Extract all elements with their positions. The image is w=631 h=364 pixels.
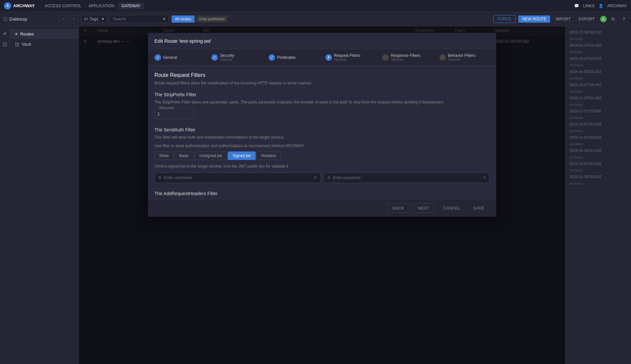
rs-item-5: 2023-12-07T09:45Z	[566, 81, 631, 88]
nav-gateway[interactable]: GATEWAY	[118, 2, 144, 10]
step-predicates[interactable]: ✓ Predicates	[269, 54, 319, 61]
filter-buttons: All routes Only published	[172, 15, 228, 23]
step-general-label: General	[163, 55, 177, 60]
user-name: ARCHWAY	[607, 4, 627, 8]
sendauth-title: The SendAuth Filter	[154, 127, 490, 132]
next-button[interactable]: NEXT	[412, 203, 435, 213]
strip-prefix-label: Strip prefix	[157, 106, 176, 110]
nav-forward-btn[interactable]: ›	[70, 15, 78, 23]
save-button[interactable]: SAVE	[468, 203, 490, 213]
main-layout: ≡ ◫ ≡ Routes ◫ Vault # Name Status URI P…	[0, 26, 631, 364]
modal-header: Edit Route 'test-spring-jwt'	[148, 33, 496, 49]
rs-item-7-by: archway	[566, 114, 631, 121]
step-request-filters[interactable]: 4 Request Filters Optional	[325, 53, 376, 61]
search-clear-icon[interactable]: ✕	[162, 16, 166, 21]
search-input[interactable]	[113, 16, 162, 21]
back-button[interactable]: BACK	[387, 203, 409, 213]
links-btn[interactable]: LINKS	[583, 4, 595, 8]
step-behavior-filters[interactable]: ○ Behavior Filters Optional	[439, 53, 490, 61]
gateway-label: ⬡ Gateway	[3, 16, 56, 22]
rs-item-7: 2023-12-01T23:56Z	[566, 108, 631, 114]
credential-row: 👁 ✕ 👁 ✕	[154, 172, 490, 183]
rs-item-9-by: archway	[566, 141, 631, 147]
sendauth-signed-desc: Send a signed jwt to the target service.…	[154, 164, 490, 169]
sendauth-headers[interactable]: Headers	[256, 151, 281, 160]
rs-item-10: 2024-01-19T11:33Z	[566, 147, 631, 154]
second-navigation: ⬡ Gateway ‹ › 🏷 Tags ▾ ✕ All routes Only…	[0, 12, 631, 26]
export-button[interactable]: EXPORT	[576, 15, 597, 23]
password-clear-btn[interactable]: ✕	[483, 175, 486, 180]
help-button[interactable]: ?	[620, 15, 628, 23]
sidebar-vault-icon[interactable]: ◫	[1, 40, 9, 48]
routes-label: Routes	[20, 32, 34, 36]
nav-panel-routes[interactable]: ≡ Routes	[10, 29, 79, 39]
add-request-headers-section: The AddRequestHeaders Filter The AddRequ…	[154, 191, 490, 199]
modal-footer: BACK NEXT CANCEL SAVE	[148, 199, 496, 217]
password-field[interactable]: 👁 ✕	[323, 172, 490, 183]
force-button[interactable]: FORCE	[493, 15, 516, 23]
chat-icon[interactable]: 💬	[574, 4, 579, 8]
strip-prefix-title: The StripPrefix Filter	[154, 92, 490, 97]
rs-item-6: 2023-11-29T13:46Z	[566, 95, 631, 101]
modal-title: Edit Route 'test-spring-jwt'	[154, 38, 211, 44]
logo-icon: A	[4, 2, 11, 10]
step-security[interactable]: ✓ Security Optional	[211, 53, 262, 61]
nav-panel-vault[interactable]: ◫ Vault	[10, 39, 79, 49]
rs-item-2: 2024-01-19T16:28Z	[566, 42, 631, 49]
username-field[interactable]: 👁 ✕	[154, 172, 321, 183]
cancel-button[interactable]: CANCEL	[438, 203, 466, 213]
nav-access-control[interactable]: ACCESS CONTROL	[41, 2, 84, 10]
rs-item-9: 2023-12-01T23:56Z	[566, 134, 631, 141]
rs-item-1: 2023-12-30T10:15Z	[566, 29, 631, 35]
routes-area: # Name Status URI Predicates Filters Upd…	[79, 26, 565, 364]
section-title: Route Request Filters	[154, 72, 490, 78]
step-response-filters[interactable]: ○ Response Filters Optional	[382, 53, 432, 61]
sendauth-desc2: Use filter to send authentication and au…	[154, 144, 490, 148]
sendauth-none[interactable]: None	[154, 151, 174, 160]
sendauth-section: The SendAuth Filter This filter will sen…	[154, 127, 490, 183]
rs-item-2-by: archway	[566, 49, 631, 55]
step-security-sub: Optional	[220, 58, 234, 61]
rs-item-6-by: archway	[566, 101, 631, 108]
sendauth-signed-jwt[interactable]: Signed jwt	[228, 151, 256, 160]
step-security-circle: ✓	[211, 54, 218, 61]
wizard-steps: ✓ General ✓ Security Optional	[148, 49, 496, 66]
step-general[interactable]: ✓ General	[154, 54, 205, 61]
sendauth-options: None Basic Unsigned jwt Signed jwt Heade…	[154, 151, 490, 160]
rs-item-8-by: archway	[566, 127, 631, 134]
tags-selector[interactable]: 🏷 Tags ▾	[81, 15, 107, 23]
sendauth-desc1: This filter will send Auth and Autorisat…	[154, 135, 490, 140]
new-route-button[interactable]: NEW ROUTE	[518, 15, 550, 23]
app-logo[interactable]: A ARCHWAY	[4, 2, 35, 10]
sidebar-routes-icon[interactable]: ≡	[1, 30, 9, 37]
edit-route-modal: Edit Route 'test-spring-jwt' ✓ General ✓	[148, 33, 496, 217]
step-predicates-circle: ✓	[269, 54, 275, 61]
status-indicator: ●	[600, 16, 607, 22]
nav-back-btn[interactable]: ‹	[58, 15, 67, 23]
nav-application[interactable]: APPLICATION	[85, 2, 117, 10]
step-predicates-label: Predicates	[277, 55, 296, 60]
tags-label: Tags	[89, 16, 98, 21]
step-response-filters-label: Response Filters	[391, 53, 420, 58]
strip-prefix-input[interactable]	[157, 111, 184, 116]
tags-chevron-icon: ▾	[102, 16, 104, 21]
sendauth-unsigned-jwt[interactable]: Unsigned jwt	[195, 151, 227, 160]
rs-item-10-by: archway	[566, 154, 631, 160]
nav-right-actions: FORCE NEW ROUTE IMPORT EXPORT ● ↻ ?	[493, 15, 628, 23]
filter-all-routes[interactable]: All routes	[172, 15, 195, 23]
step-response-filters-sub: Optional	[391, 58, 420, 61]
strip-prefix-input-wrap: Strip prefix	[154, 108, 194, 119]
refresh-button[interactable]: ↻	[609, 15, 617, 23]
import-button[interactable]: IMPORT	[553, 15, 573, 23]
filter-published[interactable]: Only published	[195, 15, 228, 23]
search-box[interactable]: ✕	[110, 15, 169, 23]
sendauth-basic[interactable]: Basic	[175, 151, 194, 160]
username-input[interactable]	[164, 175, 313, 180]
add-request-headers-title: The AddRequestHeaders Filter	[154, 191, 490, 196]
password-icon: 👁	[327, 175, 331, 180]
password-input[interactable]	[333, 175, 481, 180]
vault-icon: ◫	[15, 42, 19, 47]
rs-item-3: 2023-12-02T10:47Z	[566, 55, 631, 62]
username-icon: 👁	[158, 175, 162, 180]
username-clear-btn[interactable]: ✕	[314, 175, 317, 180]
